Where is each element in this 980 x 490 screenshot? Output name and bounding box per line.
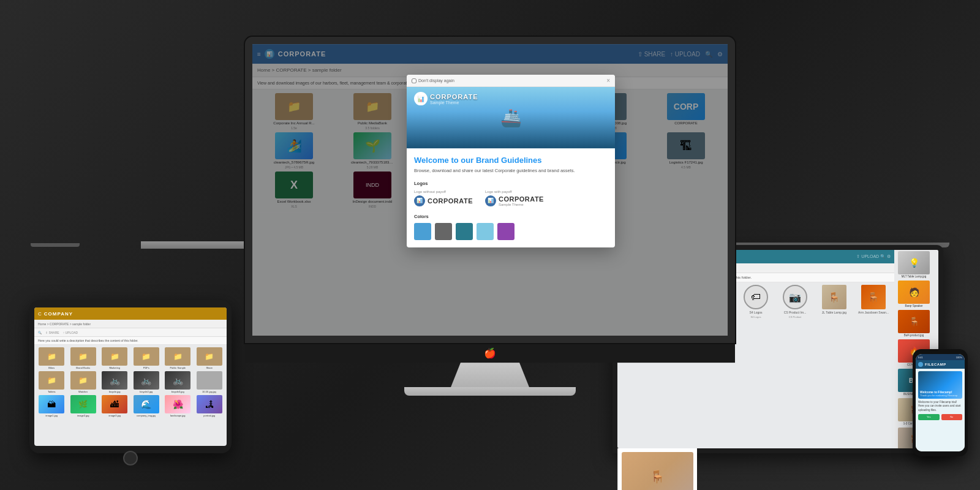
tablet-bezel: C COMPANY Home > CORPORATE > sample fold…: [29, 300, 232, 453]
category-label: Arm Jacobsen Swan...: [858, 311, 889, 314]
tablet-thumb: [197, 371, 222, 390]
tablet-home-button[interactable]: [123, 451, 138, 466]
category-item[interactable]: 📷 CS Product Im... CS Product: [777, 285, 813, 318]
tablet-file-item[interactable]: 📁 Marketing: [100, 347, 130, 369]
tablet-file-item[interactable]: 10-50-jpg.jpg: [195, 371, 225, 393]
tablet-thumb: 📁: [165, 347, 190, 366]
tablet-file-item[interactable]: 📁 Brand Books: [69, 347, 99, 369]
laptop-file-item[interactable]: 🪑 Bul4.product.jpg: [897, 310, 931, 337]
tablet-file-item[interactable]: 📁 PDFs: [132, 347, 162, 369]
phone-status-bar: 9:41 100%: [916, 354, 965, 360]
logo-without-payoff: Logo without payoff 📊 CORPORATE: [414, 190, 473, 206]
chart-icon-sm2: 📊: [488, 198, 494, 203]
logo1-display: 📊 CORPORATE: [414, 195, 473, 206]
tablet-file-item[interactable]: 🚲 bicycle2.jpg: [132, 371, 162, 393]
tablet-thumb: 🚲: [165, 371, 190, 390]
laptop-thumb: 💡: [898, 251, 930, 274]
category-label: JL Table Lamp.jpg: [822, 311, 846, 314]
laptop-notch: [31, 243, 80, 247]
tablet-share-icon[interactable]: ⇧ SHARE: [45, 331, 59, 334]
logo-text: CORPORATE Sample Theme: [430, 93, 478, 105]
imac-chin: 🍎: [245, 343, 735, 363]
tablet-thumb: 🏙: [102, 395, 127, 413]
tablet-thumb: 📁: [39, 347, 64, 366]
modal-overlay: Don't display again × 🚢 📊: [252, 44, 728, 336]
logo2-textblock: CORPORATE Sample Theme: [499, 195, 544, 206]
tablet-thumb: 🌿: [70, 395, 96, 413]
tablet-app-header: C COMPANY: [34, 307, 227, 320]
category-count: CS Product: [789, 315, 801, 318]
tablet-file-item[interactable]: 🌊 company_img.jpg: [132, 395, 162, 417]
tablet-thumb: 🚲: [102, 371, 127, 390]
modal-banner: 🚢 📊 CORPORATE Sample Theme: [407, 87, 615, 148]
laptop-file-item[interactable]: 🧑 Barqr Speaker: [897, 281, 931, 307]
category-item[interactable]: 🪑 JL Table Lamp.jpg: [816, 285, 853, 318]
tablet-file-item[interactable]: 🚲 bicycle.jpg: [100, 371, 130, 393]
color-swatch-teal: [456, 223, 473, 240]
laptop-thumb: 🪑: [898, 310, 930, 333]
logo2-text: CORPORATE: [499, 195, 544, 203]
imac-base: [404, 387, 576, 396]
color-swatch-gray: [435, 223, 452, 240]
imac-screen: ≡ 📊 CORPORATE ⇧ SHARE ↑ UPLOAD 🔍 ⚙: [252, 44, 728, 336]
imac-bezel: ≡ 📊 CORPORATE ⇧ SHARE ↑ UPLOAD 🔍 ⚙: [245, 37, 735, 343]
tablet-file-item[interactable]: 📁 Share: [195, 347, 225, 369]
phone-banner-sub: Thank you for evaluating Filecamp: [920, 394, 957, 397]
tablet-thumb: 📁: [70, 347, 96, 366]
color-swatch-lightblue: [477, 223, 494, 240]
phone-screen: 9:41 100% FILECAMP Welcome to Filecamp! …: [916, 354, 965, 451]
phone-banner: Welcome to Filecamp! Thank you for evalu…: [918, 371, 962, 399]
phone-message: Welcome to your Filecamp trial! Here you…: [918, 401, 962, 412]
phone-battery: 100%: [956, 356, 962, 359]
chart-icon-sm: 📊: [417, 198, 423, 203]
welcome-title: Welcome to our Brand Guidelines: [414, 156, 608, 165]
dont-show-checkbox[interactable]: Don't display again: [412, 78, 454, 83]
tablet-upload-icon[interactable]: ↑ UPLOAD: [63, 331, 78, 334]
tablet-thumb: 📁: [134, 347, 159, 366]
tablet-file-item[interactable]: 🏔 image1.jpg: [37, 395, 67, 417]
logo1-icon: 📊: [414, 195, 425, 206]
tablet-file-item[interactable]: 📁 Watches: [69, 371, 99, 393]
phone-no-button[interactable]: No: [941, 414, 963, 420]
tablet-screen: C COMPANY Home > CORPORATE > sample fold…: [34, 307, 227, 446]
phone-device: 9:41 100% FILECAMP Welcome to Filecamp! …: [913, 349, 968, 456]
tablet-files-grid: 📁 Bikes 📁 Brand Books 📁 Marketing 📁 PDFs…: [34, 345, 227, 420]
tablet-device: C COMPANY Home > CORPORATE > sample fold…: [29, 300, 232, 453]
tablet-file-item[interactable]: 🌿 image2.jpg: [69, 395, 99, 417]
logo2-display: 📊 CORPORATE Sample Theme: [485, 195, 544, 206]
tablet-file-item[interactable]: 🌺 landscape.jpg: [163, 395, 193, 417]
tablet-file-item[interactable]: 📁 Public Sample: [163, 347, 193, 369]
laptop-file-item[interactable]: 💡 MLT Table Lamp.jpg: [897, 251, 931, 278]
tablet-file-item[interactable]: 📁 Tablets: [37, 371, 67, 393]
modal-close-button[interactable]: ×: [606, 77, 610, 84]
phone-yes-button[interactable]: Yes: [918, 414, 940, 420]
tablet-thumb: 📁: [39, 371, 64, 390]
desktop-app: ≡ 📊 CORPORATE ⇧ SHARE ↑ UPLOAD 🔍 ⚙: [252, 44, 728, 336]
tablet-thumb: 🏞: [197, 395, 222, 413]
color-swatch-blue: [414, 223, 431, 240]
phone-bezel: 9:41 100% FILECAMP Welcome to Filecamp! …: [913, 349, 968, 456]
colors-section-label: Colors: [414, 214, 608, 219]
logo2-sub: Sample Theme: [499, 203, 544, 206]
tablet-file-item[interactable]: 🏙 image3.jpg: [100, 395, 130, 417]
category-item[interactable]: 🏷 S4 Logos S4 Logos: [737, 285, 774, 318]
category-icon: 📷: [783, 285, 807, 309]
modal-body: Welcome to our Brand Guidelines Browse, …: [407, 148, 615, 247]
tablet-thumb: 🚲: [134, 371, 159, 390]
phone-app-header: FILECAMP: [916, 360, 965, 369]
logos-section-label: Logos: [414, 181, 608, 186]
tablet-file-item[interactable]: 📁 Bikes: [37, 347, 67, 369]
colors-row: [414, 223, 608, 240]
phone-app-title: FILECAMP: [925, 363, 946, 366]
logo1-text: CORPORATE: [428, 197, 473, 205]
logos-row: Logo without payoff 📊 CORPORATE: [414, 190, 608, 206]
laptop-header-icons: ⇧ UPLOAD 🔍 ⚙: [856, 254, 891, 259]
color-swatch-purple: [497, 223, 514, 240]
category-icon: 🪑: [822, 285, 846, 309]
logo2-icon: 📊: [485, 195, 496, 206]
phone-time: 9:41: [918, 356, 923, 359]
tablet-file-item[interactable]: 🏞 portrait.jpg: [195, 395, 225, 417]
category-item[interactable]: 🪑 Arm Jacobsen Swan...: [855, 285, 892, 318]
tablet-file-item[interactable]: 🚲 bicycle3.jpg: [163, 371, 193, 393]
tablet-search-icon[interactable]: 🔍: [38, 331, 42, 334]
